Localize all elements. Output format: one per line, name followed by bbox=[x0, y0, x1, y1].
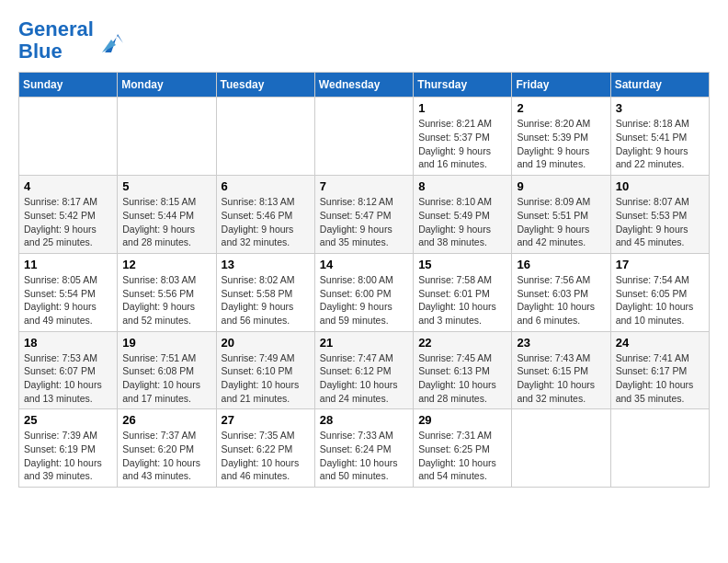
day-number: 8 bbox=[418, 179, 506, 193]
day-info: Sunrise: 8:17 AM Sunset: 5:42 PM Dayligh… bbox=[24, 195, 112, 249]
day-info: Sunrise: 7:47 AM Sunset: 6:12 PM Dayligh… bbox=[320, 351, 408, 406]
day-info: Sunrise: 8:07 AM Sunset: 5:53 PM Dayligh… bbox=[616, 195, 704, 249]
calendar-cell: 18Sunrise: 7:53 AM Sunset: 6:07 PM Dayli… bbox=[19, 331, 118, 409]
day-number: 7 bbox=[320, 179, 408, 193]
logo-icon bbox=[97, 27, 125, 54]
day-info: Sunrise: 8:00 AM Sunset: 6:00 PM Dayligh… bbox=[320, 273, 408, 327]
calendar-cell bbox=[610, 409, 709, 488]
weekday-header-wednesday: Wednesday bbox=[314, 73, 413, 98]
day-number: 21 bbox=[320, 336, 408, 350]
calendar-cell: 15Sunrise: 7:58 AM Sunset: 6:01 PM Dayli… bbox=[414, 253, 512, 331]
day-info: Sunrise: 7:54 AM Sunset: 6:05 PM Dayligh… bbox=[616, 273, 704, 327]
weekday-header-monday: Monday bbox=[118, 73, 216, 98]
week-row-2: 4Sunrise: 8:17 AM Sunset: 5:42 PM Daylig… bbox=[19, 176, 710, 254]
logo: General Blue bbox=[18, 18, 125, 63]
logo-blue: Blue bbox=[18, 40, 63, 63]
day-number: 18 bbox=[24, 336, 112, 350]
calendar-cell bbox=[512, 409, 610, 488]
calendar-cell: 1Sunrise: 8:21 AM Sunset: 5:37 PM Daylig… bbox=[414, 98, 512, 176]
calendar-cell bbox=[118, 98, 216, 176]
calendar-cell: 17Sunrise: 7:54 AM Sunset: 6:05 PM Dayli… bbox=[610, 253, 709, 331]
day-info: Sunrise: 8:21 AM Sunset: 5:37 PM Dayligh… bbox=[418, 117, 506, 171]
day-info: Sunrise: 8:12 AM Sunset: 5:47 PM Dayligh… bbox=[320, 195, 408, 249]
calendar-cell: 4Sunrise: 8:17 AM Sunset: 5:42 PM Daylig… bbox=[19, 176, 118, 254]
day-number: 2 bbox=[517, 101, 605, 115]
day-info: Sunrise: 7:33 AM Sunset: 6:24 PM Dayligh… bbox=[320, 429, 408, 483]
calendar-cell: 29Sunrise: 7:31 AM Sunset: 6:25 PM Dayli… bbox=[414, 409, 512, 488]
day-number: 10 bbox=[616, 179, 704, 193]
logo-text: General Blue bbox=[18, 18, 94, 63]
week-row-4: 18Sunrise: 7:53 AM Sunset: 6:07 PM Dayli… bbox=[19, 331, 710, 409]
week-row-5: 25Sunrise: 7:39 AM Sunset: 6:19 PM Dayli… bbox=[19, 409, 710, 488]
day-number: 16 bbox=[517, 258, 605, 271]
day-info: Sunrise: 7:45 AM Sunset: 6:13 PM Dayligh… bbox=[418, 351, 506, 406]
weekday-header-sunday: Sunday bbox=[19, 73, 118, 98]
weekday-header-tuesday: Tuesday bbox=[216, 73, 314, 98]
day-info: Sunrise: 8:15 AM Sunset: 5:44 PM Dayligh… bbox=[122, 195, 210, 249]
day-info: Sunrise: 7:53 AM Sunset: 6:07 PM Dayligh… bbox=[24, 351, 112, 406]
day-info: Sunrise: 8:20 AM Sunset: 5:39 PM Dayligh… bbox=[517, 117, 605, 171]
day-number: 22 bbox=[418, 336, 506, 350]
day-number: 14 bbox=[320, 258, 408, 271]
calendar-cell: 24Sunrise: 7:41 AM Sunset: 6:17 PM Dayli… bbox=[610, 331, 709, 409]
weekday-header-row: SundayMondayTuesdayWednesdayThursdayFrid… bbox=[19, 73, 710, 98]
day-info: Sunrise: 7:58 AM Sunset: 6:01 PM Dayligh… bbox=[418, 273, 506, 327]
day-info: Sunrise: 7:51 AM Sunset: 6:08 PM Dayligh… bbox=[122, 351, 210, 406]
day-number: 19 bbox=[122, 336, 210, 350]
calendar-cell: 28Sunrise: 7:33 AM Sunset: 6:24 PM Dayli… bbox=[314, 409, 413, 488]
calendar-cell: 5Sunrise: 8:15 AM Sunset: 5:44 PM Daylig… bbox=[118, 176, 216, 254]
page-header: General Blue bbox=[18, 18, 710, 63]
weekday-header-thursday: Thursday bbox=[414, 73, 512, 98]
weekday-header-friday: Friday bbox=[512, 73, 610, 98]
weekday-header-saturday: Saturday bbox=[610, 73, 709, 98]
day-info: Sunrise: 7:43 AM Sunset: 6:15 PM Dayligh… bbox=[517, 351, 605, 406]
week-row-3: 11Sunrise: 8:05 AM Sunset: 5:54 PM Dayli… bbox=[19, 253, 710, 331]
calendar-cell: 11Sunrise: 8:05 AM Sunset: 5:54 PM Dayli… bbox=[19, 253, 118, 331]
day-info: Sunrise: 7:41 AM Sunset: 6:17 PM Dayligh… bbox=[616, 351, 704, 406]
calendar-cell: 3Sunrise: 8:18 AM Sunset: 5:41 PM Daylig… bbox=[610, 98, 709, 176]
day-info: Sunrise: 8:10 AM Sunset: 5:49 PM Dayligh… bbox=[418, 195, 506, 249]
calendar-cell: 2Sunrise: 8:20 AM Sunset: 5:39 PM Daylig… bbox=[512, 98, 610, 176]
day-info: Sunrise: 8:09 AM Sunset: 5:51 PM Dayligh… bbox=[517, 195, 605, 249]
calendar-cell: 25Sunrise: 7:39 AM Sunset: 6:19 PM Dayli… bbox=[19, 409, 118, 488]
day-number: 11 bbox=[24, 258, 112, 271]
logo-general: General bbox=[18, 17, 94, 40]
day-number: 24 bbox=[616, 336, 704, 350]
day-number: 3 bbox=[616, 101, 704, 115]
day-number: 23 bbox=[517, 336, 605, 350]
calendar-cell bbox=[216, 98, 314, 176]
calendar-cell: 26Sunrise: 7:37 AM Sunset: 6:20 PM Dayli… bbox=[118, 409, 216, 488]
day-number: 20 bbox=[222, 336, 310, 350]
calendar-cell: 20Sunrise: 7:49 AM Sunset: 6:10 PM Dayli… bbox=[216, 331, 314, 409]
day-number: 9 bbox=[517, 179, 605, 193]
calendar-cell: 22Sunrise: 7:45 AM Sunset: 6:13 PM Dayli… bbox=[414, 331, 512, 409]
calendar-table: SundayMondayTuesdayWednesdayThursdayFrid… bbox=[18, 72, 710, 488]
calendar-cell bbox=[314, 98, 413, 176]
day-info: Sunrise: 7:39 AM Sunset: 6:19 PM Dayligh… bbox=[24, 429, 112, 483]
calendar-cell: 21Sunrise: 7:47 AM Sunset: 6:12 PM Dayli… bbox=[314, 331, 413, 409]
day-number: 15 bbox=[418, 258, 506, 271]
calendar-cell: 9Sunrise: 8:09 AM Sunset: 5:51 PM Daylig… bbox=[512, 176, 610, 254]
day-info: Sunrise: 7:31 AM Sunset: 6:25 PM Dayligh… bbox=[418, 429, 506, 483]
day-number: 6 bbox=[222, 179, 310, 193]
day-number: 12 bbox=[122, 258, 210, 271]
calendar-cell: 16Sunrise: 7:56 AM Sunset: 6:03 PM Dayli… bbox=[512, 253, 610, 331]
day-number: 25 bbox=[24, 413, 112, 427]
calendar-cell: 8Sunrise: 8:10 AM Sunset: 5:49 PM Daylig… bbox=[414, 176, 512, 254]
calendar-cell: 14Sunrise: 8:00 AM Sunset: 6:00 PM Dayli… bbox=[314, 253, 413, 331]
day-info: Sunrise: 8:13 AM Sunset: 5:46 PM Dayligh… bbox=[222, 195, 310, 249]
calendar-cell: 12Sunrise: 8:03 AM Sunset: 5:56 PM Dayli… bbox=[118, 253, 216, 331]
calendar-cell: 10Sunrise: 8:07 AM Sunset: 5:53 PM Dayli… bbox=[610, 176, 709, 254]
day-number: 17 bbox=[616, 258, 704, 271]
day-info: Sunrise: 8:18 AM Sunset: 5:41 PM Dayligh… bbox=[616, 117, 704, 171]
day-info: Sunrise: 8:02 AM Sunset: 5:58 PM Dayligh… bbox=[222, 273, 310, 327]
day-info: Sunrise: 7:49 AM Sunset: 6:10 PM Dayligh… bbox=[222, 351, 310, 406]
calendar-cell bbox=[19, 98, 118, 176]
week-row-1: 1Sunrise: 8:21 AM Sunset: 5:37 PM Daylig… bbox=[19, 98, 710, 176]
day-number: 28 bbox=[320, 413, 408, 427]
day-info: Sunrise: 7:37 AM Sunset: 6:20 PM Dayligh… bbox=[122, 429, 210, 483]
day-number: 13 bbox=[222, 258, 310, 271]
day-info: Sunrise: 8:05 AM Sunset: 5:54 PM Dayligh… bbox=[24, 273, 112, 327]
day-info: Sunrise: 7:56 AM Sunset: 6:03 PM Dayligh… bbox=[517, 273, 605, 327]
day-number: 27 bbox=[222, 413, 310, 427]
